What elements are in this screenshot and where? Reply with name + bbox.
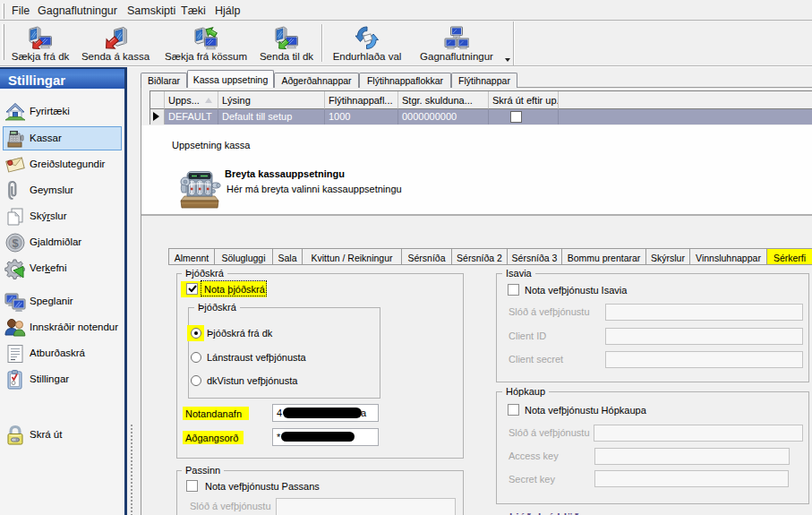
svg-text:$: $ bbox=[12, 236, 19, 250]
